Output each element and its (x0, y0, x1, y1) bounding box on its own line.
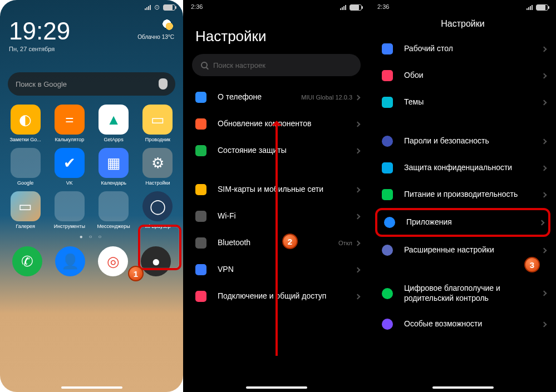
chevron-icon (542, 100, 547, 105)
signal-icon (145, 4, 151, 10)
chevron-icon (539, 220, 545, 225)
chevron-icon (542, 46, 547, 52)
row-accessibility[interactable]: Особые возможности (370, 311, 556, 338)
app-mibrowser[interactable]: ◯Mi Браузер (136, 191, 180, 229)
wifi-icon: ⊙ (154, 3, 160, 11)
gesture-bar[interactable] (246, 386, 307, 389)
gesture-bar[interactable] (432, 386, 494, 389)
app-getapps[interactable]: ▲GetApps (92, 105, 136, 142)
chevron-icon (355, 267, 361, 272)
signal-icon (527, 4, 533, 10)
chevron-icon (542, 165, 547, 171)
gesture-bar[interactable] (61, 386, 122, 389)
app-settings[interactable]: ⚙Настройки (136, 148, 180, 186)
chevron-icon (542, 192, 547, 197)
google-search-bar[interactable]: Поиск в Google (8, 72, 175, 96)
row-privacy[interactable]: Защита конфиденциальности (370, 155, 556, 181)
mic-icon[interactable] (159, 78, 168, 90)
chevron-icon (542, 138, 547, 144)
chevron-icon (542, 73, 547, 78)
chevron-icon (355, 240, 361, 246)
dock-phone[interactable]: ✆ (12, 246, 42, 276)
chevron-icon (355, 95, 361, 100)
search-icon (201, 62, 208, 68)
row-about-phone[interactable]: О телефонеMIUI Global 12.0.3 (183, 84, 370, 111)
chevron-icon (355, 187, 361, 192)
folder-messengers[interactable]: Мессенджеры (92, 191, 136, 229)
folder-google[interactable]: Google (3, 148, 47, 186)
app-calculator[interactable]: =Калькулятор (47, 105, 91, 142)
status-bar: 2:36 (370, 0, 556, 14)
status-bar: ⊙ (0, 0, 183, 14)
weather-widget[interactable]: Облачно 13°C (137, 19, 174, 52)
step-marker-2: 2 (282, 234, 298, 249)
app-explorer[interactable]: ▭Проводник (136, 105, 180, 142)
chevron-icon (542, 321, 547, 327)
folder-tools[interactable]: Инструменты (47, 191, 91, 229)
step-marker-3: 3 (524, 257, 540, 272)
chevron-icon (542, 247, 547, 253)
app-grid: ◐Заметки Go... =Калькулятор ▲GetApps ▭Пр… (0, 96, 183, 229)
dock-chrome[interactable]: ◎ (98, 246, 128, 276)
weather-icon (162, 19, 174, 31)
chevron-icon (355, 121, 361, 127)
signal-icon (340, 4, 346, 10)
date: Пн, 27 сентября (9, 46, 70, 52)
row-wallpaper[interactable]: Обои (370, 62, 556, 89)
dock-contacts[interactable]: 👤 (55, 246, 85, 276)
step-marker-1: 1 (128, 266, 144, 281)
app-calendar[interactable]: ▦Календарь (92, 148, 136, 186)
app-notes[interactable]: ◐Заметки Go... (3, 105, 47, 142)
highlight-settings-app (138, 225, 181, 270)
status-bar: 2:36 (183, 0, 370, 14)
settings-root: 2:36 Настройки Поиск настроек О телефоне… (183, 0, 370, 392)
homescreen: ⊙ 19:29 Пн, 27 сентября Облачно 13°C Пои… (0, 0, 183, 392)
scroll-arrow (275, 122, 278, 356)
row-wellbeing[interactable]: Цифровое благополучие и родительский кон… (370, 276, 556, 311)
row-applications[interactable]: Приложения (375, 208, 550, 237)
chevron-icon (355, 148, 361, 153)
chevron-icon (355, 214, 361, 219)
battery-icon (350, 4, 362, 11)
app-vk[interactable]: ✔VK (47, 148, 91, 186)
chevron-icon (542, 291, 547, 296)
row-passwords-security[interactable]: Пароли и безопасность (370, 128, 556, 155)
settings-scrolled: 2:36 Настройки Рабочий стол Обои Темы Па… (370, 0, 556, 392)
row-battery-performance[interactable]: Питание и производительность (370, 181, 556, 208)
row-desktop[interactable]: Рабочий стол (370, 36, 556, 62)
chevron-icon (355, 294, 361, 299)
row-themes[interactable]: Темы (370, 89, 556, 116)
app-gallery[interactable]: ▭Галерея (3, 191, 47, 229)
settings-search[interactable]: Поиск настроек (192, 54, 361, 76)
clock: 19:29 (9, 19, 70, 43)
battery-icon (163, 4, 175, 11)
battery-icon (536, 4, 548, 11)
